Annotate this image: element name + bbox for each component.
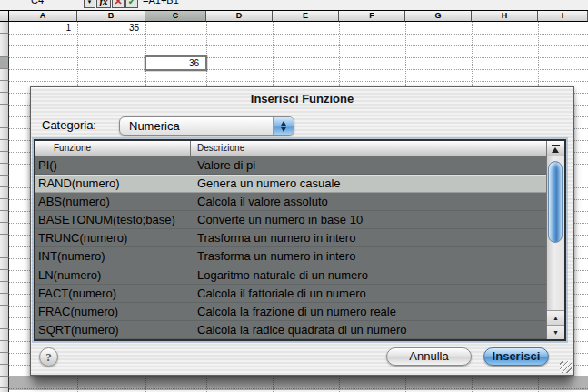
row-header-15[interactable] (0, 187, 9, 199)
help-button[interactable]: ? (39, 347, 58, 367)
function-description: Converte un numero in base 10 (191, 211, 546, 229)
row-header-27[interactable] (0, 329, 9, 341)
category-popup-value: Numerica (129, 117, 180, 135)
sort-order-button[interactable] (546, 141, 564, 156)
row-header-4[interactable] (0, 57, 9, 69)
grid-hline (9, 81, 588, 82)
formula-input[interactable]: =A1+B1 (143, 0, 252, 8)
grid-hline (9, 45, 588, 46)
row-header-16[interactable] (0, 199, 9, 211)
row-header-25[interactable] (0, 306, 9, 317)
row-header-5[interactable] (0, 69, 9, 81)
row-header-6[interactable] (0, 81, 9, 93)
function-row[interactable]: ABS(numero)Calcola il valore assoluto (35, 193, 546, 211)
function-row[interactable]: FRAC(numero)Calcola la frazione di un nu… (35, 303, 546, 321)
column-header-descrizione[interactable]: Descrizione (191, 141, 546, 156)
row-header-13[interactable] (0, 164, 9, 176)
cell-B1[interactable]: 35 (77, 22, 145, 34)
row-header-20[interactable] (0, 246, 9, 258)
function-row[interactable]: TRUNC(numero)Trasforma un numero in inte… (35, 229, 546, 247)
column-header-C[interactable]: C (145, 10, 206, 22)
cell-reference-box[interactable]: C4 (31, 0, 76, 8)
function-list: Funzione Descrizione PI()Valore di piRAN… (34, 139, 566, 341)
function-description: Trasforma un numero in intero (191, 229, 546, 247)
function-description: Trasforma un numero in intero (191, 247, 546, 266)
popup-arrows-icon (273, 117, 294, 135)
function-description: Calcola la radice quadrata di un numero (191, 321, 546, 339)
column-header-B[interactable]: B (77, 10, 145, 22)
scrollbar-arrows: ▲ ▼ (547, 310, 564, 339)
row-header-23[interactable] (0, 282, 9, 294)
arrow-up-icon (281, 121, 286, 126)
column-header-G[interactable]: G (405, 10, 472, 22)
function-row[interactable]: BASETONUM(testo;base)Converte un numero … (35, 211, 546, 229)
row-header-10[interactable] (0, 128, 9, 140)
row-header-24[interactable] (0, 294, 9, 306)
function-row[interactable]: FACT(numero)Calcola il fattoriale di un … (35, 285, 546, 303)
spreadsheet-app: C4 ▼ fx ✕ ✓ =A1+B1 13536 ABCDEFGHI Inser… (0, 0, 588, 392)
column-header-E[interactable]: E (273, 10, 339, 22)
column-header-H[interactable]: H (472, 10, 538, 22)
function-name: SQRT(numero) (35, 321, 191, 339)
row-header-32[interactable] (0, 388, 9, 392)
row-header-3[interactable] (0, 45, 9, 57)
row-header-21[interactable] (0, 258, 9, 270)
function-description: Calcola il valore assoluto (191, 193, 546, 211)
function-name: TRUNC(numero) (35, 229, 191, 247)
row-header-8[interactable] (0, 105, 9, 116)
function-name: ABS(numero) (35, 193, 191, 211)
column-header-D[interactable]: D (206, 10, 273, 22)
scrollbar-thumb[interactable] (548, 161, 563, 243)
function-name: RAND(numero) (35, 175, 191, 193)
accept-entry-icon[interactable]: ✓ (125, 0, 138, 8)
dialog-shadow (9, 376, 588, 390)
cell-A1[interactable]: 1 (9, 22, 77, 34)
row-header-31[interactable] (0, 377, 9, 388)
sort-triangle-icon (552, 147, 559, 153)
scrollbar[interactable]: ▲ ▼ (546, 156, 564, 339)
function-description: Genera un numero casuale (191, 175, 546, 193)
resize-grip[interactable] (560, 361, 572, 373)
function-name: LN(numero) (35, 266, 191, 285)
row-header-26[interactable] (0, 317, 9, 329)
row-header-9[interactable] (0, 116, 9, 128)
row-header-30[interactable] (0, 365, 9, 377)
function-row[interactable]: RAND(numero)Genera un numero casuale (35, 175, 546, 193)
row-header-28[interactable] (0, 341, 9, 353)
function-row[interactable]: INT(numero)Trasforma un numero in intero (35, 247, 546, 266)
select-all-corner[interactable] (0, 10, 9, 22)
grid-hline (9, 34, 588, 35)
row-header-2[interactable] (0, 34, 9, 45)
column-header-A[interactable]: A (9, 10, 77, 22)
function-row[interactable]: LN(numero)Logaritmo naturale di un numer… (35, 266, 546, 285)
row-header-22[interactable] (0, 270, 9, 282)
row-header-14[interactable] (0, 176, 9, 187)
row-header-11[interactable] (0, 140, 9, 152)
function-description: Calcola il fattoriale di un numero (191, 285, 546, 303)
cancel-entry-icon[interactable]: ✕ (112, 0, 125, 8)
column-headers: ABCDEFGHI (0, 10, 588, 22)
scroll-up-button[interactable]: ▲ (547, 310, 564, 325)
row-header-29[interactable] (0, 353, 9, 365)
row-header-18[interactable] (0, 223, 9, 235)
scroll-down-button[interactable]: ▼ (547, 325, 564, 339)
row-header-7[interactable] (0, 93, 9, 105)
cell-C4[interactable]: 36 (145, 55, 207, 71)
row-header-1[interactable] (0, 22, 9, 34)
row-header-19[interactable] (0, 235, 9, 246)
row-header-17[interactable] (0, 211, 9, 223)
function-row[interactable]: PI()Valore di pi (35, 156, 546, 175)
chevron-down-icon[interactable]: ▼ (84, 0, 95, 8)
column-header-I[interactable]: I (538, 10, 588, 22)
insert-button[interactable]: Inserisci (483, 347, 549, 366)
column-header-F[interactable]: F (339, 10, 405, 22)
insert-function-dialog: Inserisci Funzione Categoria: Numerica F… (30, 86, 574, 376)
function-row[interactable]: SQRT(numero)Calcola la radice quadrata d… (35, 321, 546, 339)
insert-function-button[interactable]: fx (96, 0, 111, 8)
category-popup[interactable]: Numerica (119, 116, 294, 136)
cancel-button[interactable]: Annulla (386, 347, 472, 366)
function-description: Calcola la frazione di un numero reale (191, 303, 546, 321)
column-header-funzione[interactable]: Funzione (35, 141, 191, 156)
dialog-title: Inserisci Funzione (31, 92, 573, 106)
row-header-12[interactable] (0, 152, 9, 164)
